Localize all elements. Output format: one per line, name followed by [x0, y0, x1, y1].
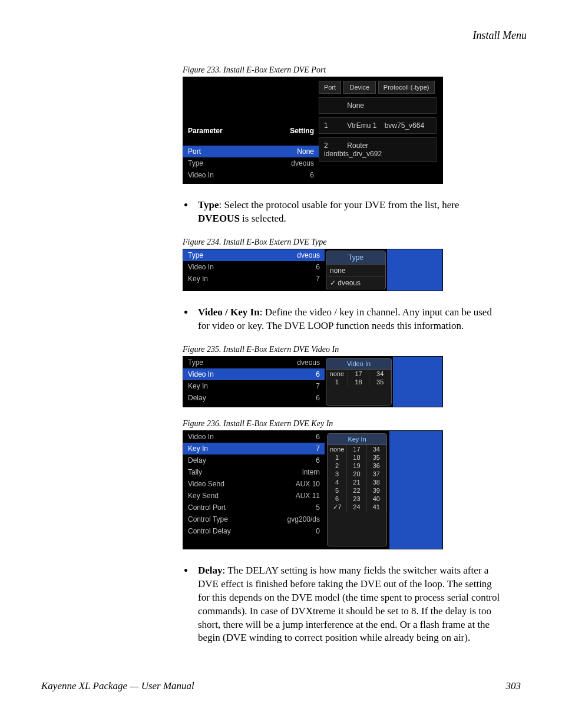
grid-cell[interactable]: 5 [328, 486, 347, 495]
grid-cell[interactable]: 39 [367, 486, 386, 495]
param-row[interactable]: Delay6 [183, 392, 325, 404]
grid-row[interactable]: 21936 [328, 462, 386, 470]
param-row[interactable]: Key In7 [183, 380, 325, 392]
grid-cell[interactable]: 36 [367, 462, 386, 470]
grid-cell[interactable]: 37 [367, 470, 386, 478]
cell-value: dveous [297, 358, 320, 367]
grid-row[interactable]: 32037 [328, 470, 386, 478]
param-row-port[interactable]: Port None [183, 146, 319, 157]
param-row[interactable]: Key In7 [183, 443, 325, 454]
grid-cell[interactable]: 2 [328, 462, 347, 470]
grid-cell[interactable]: none [326, 370, 348, 378]
param-row[interactable]: Delay6 [183, 454, 325, 466]
hdr-protocol: Protocoll (-type) [378, 81, 435, 94]
type-dropdown[interactable]: Type none ✓ dveous [326, 251, 386, 289]
grid-cell[interactable]: 34 [367, 445, 386, 453]
grid-cell[interactable]: 41 [367, 503, 386, 512]
grid-cell[interactable]: 35 [369, 378, 391, 386]
screenshot-233: Parameter Setting Port None Type dveous … [183, 77, 443, 184]
grid-cell[interactable]: 6 [328, 495, 347, 503]
dropdown-title: Type [326, 251, 385, 265]
grid-cell[interactable]: 40 [367, 495, 386, 503]
opt-device: VtrEmu 1 [347, 121, 382, 130]
cell-label: Type [188, 251, 203, 259]
param-row[interactable]: Video In6 [183, 368, 325, 380]
cell-label: Delay [188, 394, 206, 402]
grid-cell[interactable]: 22 [347, 486, 366, 495]
opt-proto: bvw75_v664 [385, 121, 424, 130]
dropdown-option-dveous[interactable]: ✓ dveous [326, 277, 385, 289]
param-row[interactable]: Control Typegvg200/ds [183, 513, 325, 525]
figure-caption-235: Figure 235. Install E-Box Extern DVE Vid… [183, 345, 527, 354]
grid-row[interactable]: 62340 [328, 495, 386, 503]
grid-cell[interactable]: 34 [369, 370, 391, 378]
cell-label: Control Delay [188, 527, 231, 535]
grid-cell[interactable]: 4 [328, 478, 347, 486]
grid-cell[interactable]: 1 [326, 378, 348, 386]
param-row[interactable]: Tallyintern [183, 466, 325, 478]
grid-cell[interactable]: 17 [347, 445, 366, 453]
cell-label: Key In [188, 382, 208, 390]
cell-value: 6 [316, 370, 320, 378]
cell-value: dveous [297, 251, 320, 259]
cell-label: Video Send [188, 480, 224, 488]
grid-cell[interactable]: 38 [367, 478, 386, 486]
grid-cell[interactable]: 35 [367, 453, 386, 462]
grid-row[interactable]: none1734 [328, 445, 386, 453]
grid-cell[interactable]: 3 [328, 470, 347, 478]
param-row[interactable]: Video SendAUX 10 [183, 478, 325, 490]
figure-caption-236: Figure 236. Install E-Box Extern DVE Key… [183, 419, 527, 429]
grid-cell[interactable]: 1 [328, 453, 347, 462]
cell-label: Key In [188, 275, 208, 283]
para-lead: Type [198, 199, 219, 210]
cell-value: 0 [316, 527, 320, 535]
grid-cell[interactable]: 21 [347, 478, 366, 486]
grid-row[interactable]: 11835 [328, 453, 386, 462]
col-header-parameter: Parameter [188, 127, 223, 135]
cell-value: intern [302, 468, 320, 476]
grid-cell[interactable]: 18 [348, 378, 370, 386]
opt-device: None [347, 101, 382, 110]
grid-cell[interactable]: 20 [347, 470, 366, 478]
port-option-none[interactable]: None [319, 97, 437, 114]
cell-label: Video In [188, 433, 214, 441]
cell-value: 7 [316, 444, 320, 453]
grid-cell[interactable]: 19 [347, 462, 366, 470]
param-row[interactable]: Control Delay0 [183, 525, 325, 537]
cell-value: AUX 10 [296, 480, 320, 488]
grid-cell[interactable]: ✓7 [328, 503, 347, 512]
dropdown-option-none[interactable]: none [326, 265, 385, 277]
param-row-type[interactable]: Typedveous [183, 249, 325, 261]
param-row[interactable]: Video In6 [183, 431, 325, 443]
port-option-2[interactable]: 2 Router identbts_drv_v692 [319, 137, 437, 162]
cell-value: 7 [316, 275, 320, 283]
grid-row[interactable]: ✓72441 [328, 503, 386, 512]
param-row[interactable]: Typedveous [183, 357, 325, 368]
param-row-videoin[interactable]: Video In 6 [183, 169, 319, 181]
param-row[interactable]: Key SendAUX 11 [183, 490, 325, 502]
port-option-1[interactable]: 1 VtrEmu 1 bvw75_v664 [319, 117, 437, 134]
param-row-videoin[interactable]: Video In6 [183, 261, 325, 273]
grid-row[interactable]: none1734 [326, 370, 391, 378]
opt-proto: identbts_drv_v692 [324, 150, 382, 158]
grid-cell[interactable]: 24 [347, 503, 366, 512]
grid-cell[interactable]: 23 [347, 495, 366, 503]
grid-row[interactable]: 42138 [328, 478, 386, 486]
param-row-keyin[interactable]: Key In7 [183, 273, 325, 285]
grid-cell[interactable]: 18 [347, 453, 366, 462]
param-row[interactable]: Control Port5 [183, 502, 325, 513]
cell-label: Video In [188, 370, 214, 378]
cell-label: Tally [188, 468, 202, 476]
footer-title: Kayenne XL Package — User Manual [41, 680, 194, 692]
screenshot-235: Typedveous Video In6 Key In7 Delay6 Vide… [183, 356, 443, 407]
para-text: : Select the protocol usable for your DV… [219, 199, 459, 210]
grid-cell[interactable]: 17 [348, 370, 370, 378]
keyin-selector[interactable]: Key In none1734 11835 21936 32037 42138 … [327, 433, 387, 546]
grid-cell[interactable]: none [328, 445, 347, 453]
grid-row[interactable]: 52239 [328, 486, 386, 495]
param-row-type[interactable]: Type dveous [183, 157, 319, 169]
col-header-setting: Setting [290, 127, 314, 135]
screenshot-234: Typedveous Video In6 Key In7 Type none ✓… [183, 249, 443, 291]
grid-row[interactable]: 11835 [326, 378, 391, 386]
videoin-selector[interactable]: Video In none1734 11835 [326, 358, 392, 406]
